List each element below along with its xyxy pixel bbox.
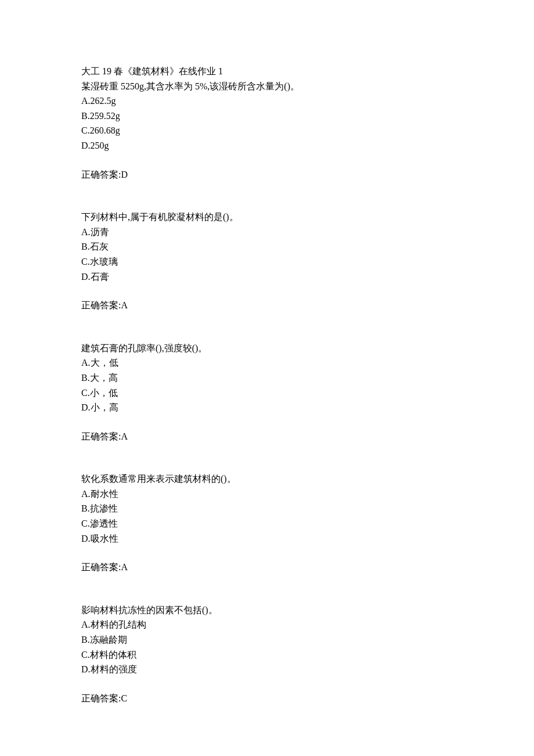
question-stem: 影响材料抗冻性的因素不包括()。	[81, 603, 453, 618]
question-block: 影响材料抗冻性的因素不包括()。 A.材料的孔结构 B.冻融龄期 C.材料的体积…	[81, 603, 453, 706]
answer-line: 正确答案:A	[81, 560, 453, 575]
option-b: B.抗渗性	[81, 501, 453, 516]
option-c: C.水玻璃	[81, 254, 453, 269]
question-block: 某湿砖重 5250g,其含水率为 5%,该湿砖所含水量为()。 A.262.5g…	[81, 79, 453, 182]
option-b: B.大，高	[81, 370, 453, 386]
option-b: B.259.52g	[81, 109, 453, 124]
option-c: C.材料的体积	[81, 647, 453, 663]
question-stem: 下列材料中,属于有机胶凝材料的是()。	[81, 210, 453, 225]
option-b: B.冻融龄期	[81, 632, 453, 647]
option-d: D.小，高	[81, 400, 453, 415]
answer-line: 正确答案:D	[81, 167, 453, 182]
option-a: A.大，低	[81, 355, 453, 370]
option-a: A.耐水性	[81, 487, 453, 502]
option-d: D.石膏	[81, 269, 453, 285]
page-title: 大工 19 春《建筑材料》在线作业 1	[81, 64, 453, 79]
question-stem: 建筑石膏的孔隙率(),强度较()。	[81, 341, 453, 356]
option-a: A.262.5g	[81, 93, 453, 109]
question-block: 下列材料中,属于有机胶凝材料的是()。 A.沥青 B.石灰 C.水玻璃 D.石膏…	[81, 210, 453, 313]
option-c: C.260.68g	[81, 123, 453, 138]
option-d: D.材料的强度	[81, 662, 453, 677]
option-d: D.吸水性	[81, 531, 453, 546]
option-a: A.材料的孔结构	[81, 617, 453, 632]
option-c: C.渗透性	[81, 516, 453, 531]
question-stem: 某湿砖重 5250g,其含水率为 5%,该湿砖所含水量为()。	[81, 79, 453, 94]
option-b: B.石灰	[81, 239, 453, 254]
option-a: A.沥青	[81, 225, 453, 240]
option-c: C.小，低	[81, 386, 453, 401]
question-stem: 软化系数通常用来表示建筑材料的()。	[81, 471, 453, 487]
answer-line: 正确答案:A	[81, 429, 453, 444]
question-block: 软化系数通常用来表示建筑材料的()。 A.耐水性 B.抗渗性 C.渗透性 D.吸…	[81, 471, 453, 575]
answer-line: 正确答案:C	[81, 691, 453, 706]
document-page: 大工 19 春《建筑材料》在线作业 1 某湿砖重 5250g,其含水率为 5%,…	[0, 0, 534, 756]
option-d: D.250g	[81, 138, 453, 153]
question-block: 建筑石膏的孔隙率(),强度较()。 A.大，低 B.大，高 C.小，低 D.小，…	[81, 341, 453, 444]
answer-line: 正确答案:A	[81, 298, 453, 313]
